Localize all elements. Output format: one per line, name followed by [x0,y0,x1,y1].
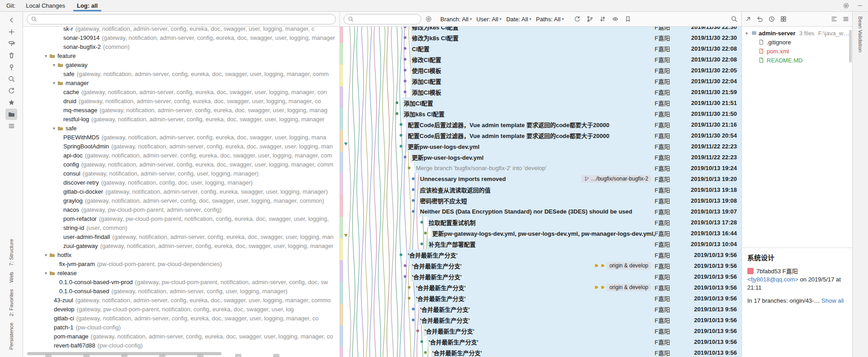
branch-row[interactable]: zuul-gateway(gateway, notification, admi… [23,241,340,250]
commit-row[interactable]: '合并最新生产分支'F嘉阳2019/10/13 9:56 [340,325,741,336]
chevron-down-icon[interactable]: ▾ [43,271,49,276]
branch-row[interactable]: pom-refactor(gateway, pw-cloud-pom-paren… [23,214,340,223]
commit-row[interactable]: 配置Code后置过滤器，Vue admin template 要求返回的code… [340,119,741,130]
branch-row[interactable]: safe(gateway, notification, admin-server… [23,69,340,78]
pin-icon[interactable] [5,62,17,73]
collapse-branches-icon[interactable] [599,15,606,23]
branch-row[interactable]: revert-baf67d88(pw-cloud-config) [23,341,340,350]
bottom-toolbar-icon[interactable] [121,354,127,357]
commit-row[interactable]: '合并最新生产分支'F嘉阳2019/10/13 9:56 [340,347,741,357]
commit-row[interactable]: '合并最新生产分支'F嘉阳2019/10/13 9:56 [340,249,741,260]
commit-filter-field[interactable] [344,14,421,24]
commit-filter-input[interactable] [356,15,417,23]
chevron-down-icon[interactable]: ▾ [43,252,49,257]
branch-head-labels[interactable]: origin & develop [594,284,651,291]
commit-row[interactable]: '合并最新生产分支'F嘉阳2019/10/13 9:56 [340,336,741,347]
commit-row[interactable]: CI配置F嘉阳2019/11/30 22:08 [340,43,741,54]
branch-row[interactable]: config(gateway, notification, admin-serv… [23,160,340,169]
commit-row[interactable]: Merge branch 'bugfix/sonar-bugfix-2' int… [340,162,741,173]
commit-row[interactable]: 更新pw-user-logs-dev.ymlF嘉阳2019/11/22 22:2… [340,152,741,162]
search-icon[interactable] [5,73,17,85]
branch-group-row[interactable]: ▾gateway [23,60,340,69]
group-by-packages-icon[interactable] [780,15,787,23]
tool-window-button-7-structure[interactable]: 7: Structure [9,239,14,266]
branch-row[interactable]: patch-1(pw-cloud-config) [23,323,340,332]
branch-row[interactable]: restful-log(gateway, notification, admin… [23,114,340,124]
branch-group-row[interactable]: ▾feature [23,51,340,60]
changed-file-row[interactable]: .gitignore [742,38,852,47]
branch-group-row[interactable]: ▾release [23,268,340,277]
filter-settings-gear-icon[interactable] [425,15,432,23]
chevron-down-icon[interactable]: ▾ [51,81,57,86]
refresh-icon[interactable] [574,15,581,23]
options-menu-icon[interactable] [842,15,849,23]
changed-files-root-row[interactable]: ▾ admin-server 3 files F:\java_worksp… [742,29,852,38]
branch-search-input[interactable] [39,15,332,23]
commit-row[interactable]: '合并最新生产分支'F嘉阳2019/10/13 9:56 [340,314,741,325]
commit-row[interactable]: 使用CI模板F嘉阳2019/11/30 22:05 [340,65,741,76]
branch-ref-label[interactable]: …/bugfix/sonar-bugfix-2 [581,175,651,183]
settings-gear-icon[interactable] [843,2,849,9]
commit-row[interactable]: '合并最新生产分支'F嘉阳2019/10/13 9:56 [340,293,741,304]
commit-row[interactable]: '合并最新生产分支'origin & developF嘉阳2019/10/13 … [340,282,741,293]
tool-window-button-persistence[interactable]: Persistence [9,323,14,350]
commit-row[interactable]: 拉取配置重试机制F嘉阳2019/10/13 17:28 [340,217,741,228]
branch-row[interactable]: 0.1.0-consul-based(gateway, notification… [23,286,340,295]
chevron-down-icon[interactable]: ▾ [43,53,49,58]
branch-row[interactable]: gitlab-ci(gateway, notification, admin-s… [23,314,340,323]
changed-file-row[interactable]: README.MD [742,56,852,65]
history-clock-icon[interactable] [768,15,775,23]
details-splitter[interactable] [742,248,852,248]
commit-row[interactable]: 添加CI配置F嘉阳2019/11/30 22:04 [340,76,741,86]
search-commits-icon[interactable] [731,15,738,23]
branch-row[interactable]: sk-r(gateway, notification, admin-server… [23,24,340,33]
jump-to-source-icon[interactable] [745,15,752,23]
filter-branch[interactable]: Branch: All▾ [440,16,472,23]
branch-row[interactable]: string-id(user, common) [23,223,340,232]
bottom-toolbar-icon[interactable] [83,354,90,357]
commit-row[interactable]: 更新pw-gateway-logs-dev.yml, pw-user-logs-… [340,228,741,238]
commit-row[interactable]: Neither DES (Data Encryption Standard) n… [340,206,741,217]
branch-row[interactable]: graylog(gateway, notification, admin-ser… [23,196,340,205]
favorites-star-icon[interactable] [5,97,17,108]
branch-row[interactable]: sonar-190914(gateway, notification, admi… [23,33,340,42]
branch-row[interactable]: cache(gateway, notification, admin-serve… [23,87,340,96]
commit-row[interactable]: 更新pw-user-logs-dev.ymlF嘉阳2019/11/22 22:2… [340,141,741,152]
refresh-icon[interactable] [5,85,17,96]
branch-row[interactable]: api-doc(gateway, notification, admin-ser… [23,151,340,160]
delete-icon[interactable] [5,50,17,61]
commit-row[interactable]: 添加k8s CI配置F嘉阳2019/11/30 21:50 [340,108,741,119]
commit-row[interactable]: 配置Code后置过滤器，Vue admin template 要求返回的code… [340,130,741,141]
branch-row[interactable]: gitlab-ci-docker(gateway, notification, … [23,187,340,196]
commit-row[interactable]: 修改为k8s CI配置F嘉阳2019/11/30 22:30 [340,32,741,43]
bottom-toolbar-icon[interactable] [273,354,279,357]
branch-group-row[interactable]: ▾hotfix [23,250,340,259]
commit-row[interactable]: 添加CI配置F嘉阳2019/11/30 21:51 [340,97,741,108]
branch-row[interactable]: consul(gateway, notification, admin-serv… [23,169,340,178]
bottom-toolbar-icon[interactable] [235,354,241,357]
commit-row[interactable]: 密码密钥不应太短F嘉阳2019/10/13 19:08 [340,195,741,206]
tab-log-all[interactable]: Log: all [71,0,104,11]
changes-view-icon[interactable] [5,109,17,120]
chevron-down-icon[interactable]: ▾ [744,31,750,36]
commit-row[interactable]: Unnecessary imports removed…/bugfix/sona… [340,173,741,184]
branch-group-row[interactable]: ▾manager [23,78,340,87]
branch-group-row[interactable]: ▾safe [23,124,340,133]
branch-row[interactable]: pom-manage(gateway, notification, admin-… [23,332,340,341]
go-to-hash-icon[interactable] [624,15,632,23]
preview-details-icon[interactable] [5,120,17,132]
commit-row[interactable]: '合并最新生产分支'F嘉阳2019/10/13 9:56 [340,304,741,314]
chevron-down-icon[interactable]: ▾ [51,62,57,67]
paint-roller-icon[interactable] [5,38,17,49]
branch-row[interactable]: fix-jvm-param(pw-cloud-pom-parent, pw-cl… [23,259,340,268]
commit-row[interactable]: '合并最新生产分支'origin & developF嘉阳2019/10/13 … [340,260,741,271]
branch-row[interactable]: develop(gateway, pw-cloud-pom-parent, no… [23,305,340,314]
changed-file-row[interactable]: pom.xml [742,47,852,56]
branch-search-field[interactable] [27,14,336,24]
branch-row[interactable]: PBEWithMD5(gateway, notification, admin-… [23,133,340,142]
tab-local-changes[interactable]: Local Changes [20,0,71,11]
branch-row[interactable]: 0.1.0-consol-based-vm-prod(gateway, pw-c… [23,277,340,286]
branch-row[interactable]: druid(gateway, notification, admin-serve… [23,96,340,105]
commit-row[interactable]: 修改为k8s CI配置F嘉阳2019/11/30 22:30 [340,27,741,32]
branch-row[interactable]: discover-retry(gateway, notification, co… [23,178,340,187]
